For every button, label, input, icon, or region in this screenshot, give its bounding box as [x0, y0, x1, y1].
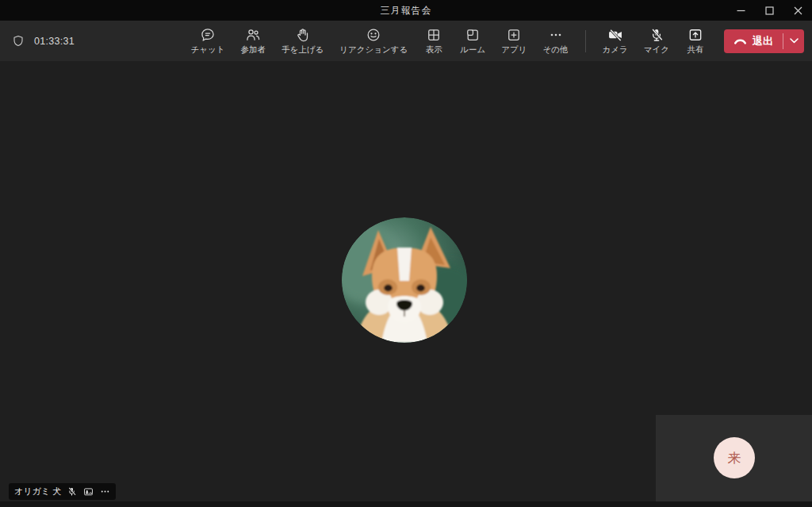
participant-name: オリガミ 犬: [14, 486, 61, 497]
view-button[interactable]: 表示: [418, 23, 450, 59]
view-grid-icon: [426, 26, 442, 43]
raise-hand-label: 手を上げる: [282, 44, 324, 56]
window-controls: [726, 0, 812, 21]
view-label: 表示: [426, 44, 442, 56]
participants-button[interactable]: 参加者: [236, 23, 272, 59]
meeting-info: 01:33:31: [12, 34, 75, 48]
camera-off-icon: [607, 26, 624, 43]
self-view-tile[interactable]: 来: [656, 415, 812, 502]
self-avatar: 来: [714, 437, 755, 478]
share-icon: [688, 26, 703, 43]
rooms-icon: [465, 26, 481, 43]
participants-label: 参加者: [241, 44, 266, 56]
mic-label: マイク: [644, 44, 669, 56]
meeting-toolbar: 01:33:31 チャット 参加者: [0, 21, 812, 61]
hang-up-icon: [733, 36, 747, 46]
chat-button[interactable]: チャット: [186, 23, 231, 59]
window-title: 三月報告会: [0, 4, 812, 17]
apps-button[interactable]: アプリ: [496, 23, 532, 59]
raise-hand-icon: [295, 26, 311, 43]
leave-button-group: 退出: [724, 29, 804, 53]
close-button[interactable]: [783, 0, 812, 21]
shield-icon[interactable]: [12, 34, 25, 48]
more-button[interactable]: その他: [538, 23, 574, 59]
meeting-timer: 01:33:31: [34, 36, 75, 47]
participants-icon: [245, 26, 261, 43]
self-initial: 来: [728, 449, 741, 467]
leave-button[interactable]: 退出: [724, 29, 783, 53]
muted-mic-icon: [67, 486, 77, 497]
bottom-strip: [0, 501, 812, 507]
mic-off-icon: [649, 26, 665, 43]
toolbar-buttons: チャット 参加者 手を上げる: [186, 23, 812, 59]
rooms-button[interactable]: ルーム: [454, 23, 491, 59]
react-button[interactable]: リアクションする: [334, 23, 413, 59]
more-dots-icon: [548, 26, 564, 43]
rooms-label: ルーム: [460, 44, 485, 56]
video-effects-icon[interactable]: [82, 486, 94, 497]
chat-icon: [200, 26, 216, 43]
apps-label: アプリ: [501, 44, 527, 56]
share-label: 共有: [688, 44, 704, 56]
share-button[interactable]: 共有: [680, 23, 711, 59]
camera-label: カメラ: [603, 44, 628, 56]
pill-more-icon[interactable]: [100, 486, 110, 497]
meeting-stage: オリガミ 犬 来: [0, 61, 812, 507]
title-bar: 三月報告会: [0, 0, 812, 21]
react-label: リアクションする: [339, 44, 408, 56]
camera-button[interactable]: カメラ: [597, 23, 634, 59]
react-smiley-icon: [366, 26, 381, 43]
leave-options-chevron[interactable]: [783, 29, 804, 53]
raise-hand-button[interactable]: 手を上げる: [276, 23, 329, 59]
chat-label: チャット: [191, 44, 225, 56]
toolbar-divider: [585, 30, 586, 52]
leave-label: 退出: [753, 34, 773, 48]
more-label: その他: [543, 44, 569, 56]
maximize-button[interactable]: [755, 0, 783, 21]
apps-plus-icon: [506, 26, 522, 43]
participant-name-pill: オリガミ 犬: [9, 483, 116, 500]
minimize-button[interactable]: [726, 0, 755, 21]
participant-avatar: [342, 217, 467, 343]
mic-button[interactable]: マイク: [638, 23, 675, 59]
